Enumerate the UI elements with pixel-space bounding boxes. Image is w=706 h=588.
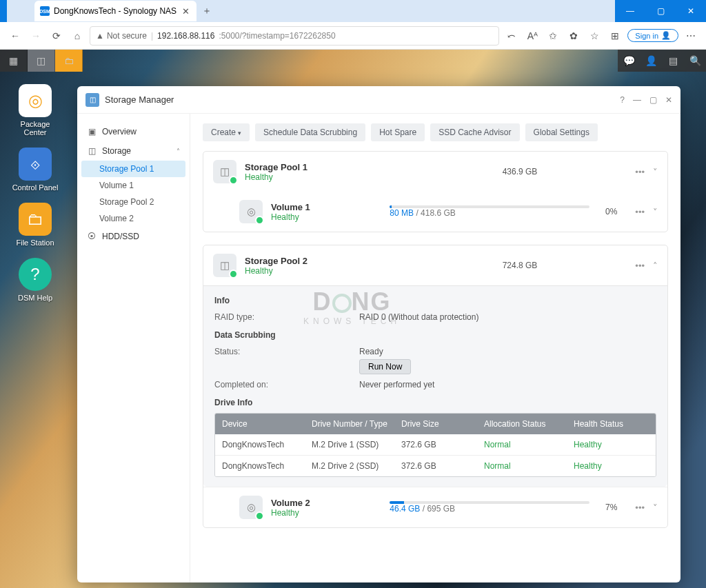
column-header[interactable]: Allocation Status bbox=[477, 414, 567, 434]
chevron-down-icon[interactable]: ˅ bbox=[653, 207, 658, 217]
vol2-usage-bar bbox=[390, 501, 589, 504]
pool1-size: 436.9 GB bbox=[503, 167, 538, 176]
tab-hot-spare[interactable]: Hot Spare bbox=[371, 123, 425, 141]
desktop-icons: ◎ PackageCenter⟐ Control Panel🗀 File Sta… bbox=[8, 84, 62, 302]
sidebar-item-storage-pool-2[interactable]: Storage Pool 2 bbox=[81, 194, 185, 210]
read-aloud-icon[interactable]: ⤺ bbox=[503, 28, 520, 44]
more-options-icon[interactable]: ••• bbox=[635, 207, 645, 217]
favorite-star-icon[interactable]: ✩ bbox=[545, 28, 561, 44]
sign-in-button[interactable]: Sign in 👤 bbox=[627, 29, 678, 42]
sidebar-item-volume-1[interactable]: Volume 1 bbox=[81, 177, 185, 194]
sidebar-item-volume-2[interactable]: Volume 2 bbox=[81, 210, 185, 227]
taskbar-chat-icon[interactable]: 💬 bbox=[618, 50, 640, 72]
vol1-status: Healthy bbox=[271, 212, 310, 222]
minimize-window-button[interactable]: — bbox=[633, 95, 641, 105]
sidebar-item-hddssd[interactable]: ⦿ HDD/SSD bbox=[81, 227, 185, 246]
taskbar-storage-manager-icon[interactable]: ◫ bbox=[28, 50, 55, 72]
sidebar-item-overview[interactable]: ▣ Overview bbox=[81, 122, 185, 141]
package-center-icon: ◎ bbox=[19, 84, 52, 117]
storage-pool-2-header[interactable]: ◫ Storage Pool 2 Healthy 724.8 GB ••• ˄ bbox=[203, 245, 667, 285]
completed-value: Never performed yet bbox=[359, 380, 434, 389]
window-titlebar[interactable]: ◫ Storage Manager ? — ▢ ✕ bbox=[77, 86, 680, 114]
home-button[interactable]: ⌂ bbox=[69, 28, 85, 44]
sidebar-item-storage[interactable]: ◫ Storage ˄ bbox=[81, 141, 185, 161]
table-row[interactable]: DongKnowsTech M.2 Drive 2 (SSD) 372.6 GB… bbox=[215, 455, 656, 476]
extensions-icon[interactable]: ✿ bbox=[565, 28, 582, 44]
volume-1-row[interactable]: ◎ Volume 1 Healthy 80 MB / 418.6 GB 0% bbox=[203, 192, 667, 232]
minimize-button[interactable]: — bbox=[615, 0, 645, 22]
maximize-window-button[interactable]: ▢ bbox=[649, 95, 657, 105]
tab-create[interactable]: Create▾ bbox=[203, 123, 250, 141]
storage-manager-window: ◫ Storage Manager ? — ▢ ✕ ▣ Overview ◫ S… bbox=[77, 86, 680, 582]
cell-health: Healthy bbox=[567, 434, 643, 455]
column-header[interactable]: Drive Size bbox=[394, 414, 477, 434]
control-panel-icon: ⟐ bbox=[19, 148, 52, 181]
volume-2-row[interactable]: ◎ Volume 2 Healthy 46.4 GB / 695 GB 7% bbox=[203, 487, 667, 527]
dsm-help-icon: ? bbox=[19, 258, 52, 291]
cell-size: 372.6 GB bbox=[394, 456, 477, 476]
healthy-badge-icon bbox=[229, 176, 238, 185]
close-window-button[interactable]: ✕ bbox=[676, 0, 706, 22]
desktop-icon-label: File Station bbox=[16, 239, 54, 247]
drive-info-table: DeviceDrive Number / TypeDrive SizeAlloc… bbox=[214, 413, 656, 477]
tab-schedule-data-scrubbing[interactable]: Schedule Data Scrubbing bbox=[255, 123, 365, 141]
vol1-usage-bar bbox=[390, 205, 589, 208]
taskbar-user-icon[interactable]: 👤 bbox=[640, 50, 662, 72]
chevron-up-icon[interactable]: ˄ bbox=[653, 261, 658, 271]
desktop-icon-dsm-help[interactable]: ? DSM Help bbox=[8, 258, 62, 302]
sidebar: ▣ Overview ◫ Storage ˄ Storage Pool 1Vol… bbox=[77, 114, 190, 582]
pool1-status: Healthy bbox=[245, 172, 307, 182]
refresh-button[interactable]: ⟳ bbox=[48, 28, 65, 44]
maximize-button[interactable]: ▢ bbox=[645, 0, 676, 22]
not-secure-indicator[interactable]: ▲ Not secure bbox=[96, 31, 147, 41]
desktop-icon-file-station[interactable]: 🗀 File Station bbox=[8, 203, 62, 247]
sidebar-item-storage-pool-1[interactable]: Storage Pool 1 bbox=[81, 161, 185, 177]
main-content: Create▾Schedule Data ScrubbingHot SpareS… bbox=[190, 114, 680, 582]
desktop-icon-control-panel[interactable]: ⟐ Control Panel bbox=[8, 148, 62, 192]
storage-pool-1-card: ◫ Storage Pool 1 Healthy 436.9 GB ••• ˅ … bbox=[203, 151, 668, 232]
column-header[interactable]: Health Status bbox=[567, 414, 643, 434]
close-tab-icon[interactable]: ✕ bbox=[181, 6, 191, 17]
back-button[interactable]: ← bbox=[7, 28, 23, 44]
more-options-icon[interactable]: ••• bbox=[635, 503, 645, 513]
healthy-badge-icon bbox=[255, 216, 264, 225]
toolbar: Create▾Schedule Data ScrubbingHot SpareS… bbox=[203, 123, 668, 141]
tab-favicon-icon: DSM bbox=[40, 6, 50, 16]
pool2-title: Storage Pool 2 bbox=[245, 256, 307, 266]
cell-allocation: Normal bbox=[477, 456, 567, 476]
tab-global-settings[interactable]: Global Settings bbox=[525, 123, 598, 141]
column-header[interactable]: Device bbox=[215, 414, 305, 434]
chevron-down-icon[interactable]: ˅ bbox=[653, 503, 658, 513]
more-options-icon[interactable]: ••• bbox=[635, 261, 645, 271]
storage-pool-1-header[interactable]: ◫ Storage Pool 1 Healthy 436.9 GB ••• ˅ bbox=[203, 152, 667, 192]
vol1-total: 418.6 GB bbox=[421, 208, 456, 218]
table-row[interactable]: DongKnowsTech M.2 Drive 1 (SSD) 372.6 GB… bbox=[215, 434, 656, 455]
desktop-icon-package-center[interactable]: ◎ PackageCenter bbox=[8, 84, 62, 136]
menu-icon[interactable]: ⋯ bbox=[683, 28, 699, 44]
collections-icon[interactable]: ⊞ bbox=[607, 28, 623, 44]
tab-ssd-cache-advisor[interactable]: SSD Cache Advisor bbox=[430, 123, 519, 141]
column-header[interactable]: Drive Number / Type bbox=[305, 414, 394, 434]
run-now-button[interactable]: Run Now bbox=[359, 359, 411, 374]
new-tab-button[interactable]: ＋ bbox=[202, 5, 212, 17]
browser-chrome: DSM DongKnowsTech - Synology NAS ✕ ＋ — ▢… bbox=[0, 0, 706, 50]
address-input[interactable]: ▲ Not secure | 192.168.88.116:5000/?time… bbox=[90, 26, 499, 45]
more-options-icon[interactable]: ••• bbox=[635, 167, 645, 177]
chevron-down-icon[interactable]: ˅ bbox=[653, 167, 658, 177]
cell-allocation: Normal bbox=[477, 434, 567, 455]
pool1-title: Storage Pool 1 bbox=[245, 162, 307, 172]
taskbar-search-icon[interactable]: 🔍 bbox=[684, 50, 706, 72]
help-button[interactable]: ? bbox=[620, 95, 625, 105]
storage-pool-icon: ◫ bbox=[213, 254, 236, 277]
close-app-button[interactable]: ✕ bbox=[665, 95, 672, 105]
window-controls: — ▢ ✕ bbox=[615, 0, 706, 22]
pool2-size: 724.8 GB bbox=[503, 261, 538, 270]
favorites-icon[interactable]: ☆ bbox=[586, 28, 603, 44]
browser-tab[interactable]: DSM DongKnowsTech - Synology NAS ✕ bbox=[34, 1, 196, 21]
reader-icon[interactable]: Aᴬ bbox=[524, 28, 541, 44]
taskbar-dashboard-icon[interactable]: ▦ bbox=[0, 50, 28, 72]
taskbar-widgets-icon[interactable]: ▤ bbox=[662, 50, 684, 72]
taskbar-file-station-icon[interactable]: 🗀 bbox=[55, 50, 83, 72]
dsm-desktop: ▦ ◫ 🗀 💬 👤 ▤ 🔍 ◎ PackageCenter⟐ Control P… bbox=[0, 50, 706, 588]
desktop-icon-label: PackageCenter bbox=[21, 120, 50, 136]
